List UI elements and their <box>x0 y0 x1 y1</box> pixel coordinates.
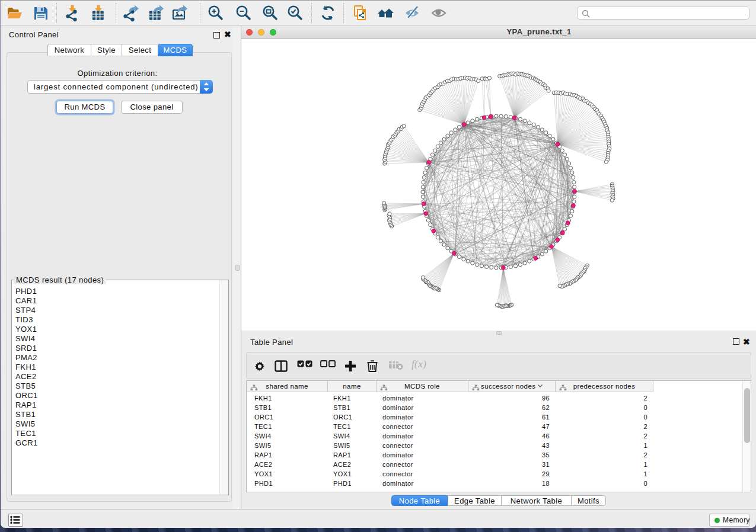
tab-edge-table[interactable]: Edge Table <box>448 495 501 506</box>
expnet <box>123 4 141 22</box>
tool-expnet[interactable] <box>123 4 141 22</box>
zoomsel <box>286 4 304 22</box>
network-view <box>241 39 756 331</box>
imptab <box>90 4 108 22</box>
tab-network-table[interactable]: Network Table <box>501 495 571 506</box>
eyeslash <box>403 4 421 22</box>
tool-zoomsel[interactable] <box>286 4 304 22</box>
eye <box>430 4 448 22</box>
status-bar: Memory <box>1 509 756 528</box>
tool-eye[interactable] <box>430 4 448 22</box>
row-YOX1: YOX1YOX1connector291 <box>247 469 751 479</box>
tool-zoomout[interactable] <box>234 4 252 22</box>
memory-btn[interactable]: Memory <box>709 514 750 527</box>
table-toolbar: f(x) <box>246 352 751 379</box>
save <box>32 4 50 22</box>
zoomfit <box>261 4 279 22</box>
search-box[interactable] <box>577 7 749 20</box>
table-panel: Table Panel ✖ f(x) shared name name MCDS… <box>241 331 756 509</box>
cytoscape-desktop: Control Panel ✖ Optimization criterion: … <box>0 0 756 532</box>
mcds-pane: Optimization criterion: largest connecte… <box>7 52 232 502</box>
tool-open[interactable] <box>6 4 24 22</box>
network-window: YPA_prune.txt_1 <box>241 25 756 331</box>
row-SWI5: SWI5SWI5connector431 <box>247 441 751 450</box>
tool-exptab[interactable] <box>148 4 165 22</box>
tab-network[interactable]: Network <box>47 44 91 56</box>
expimg <box>171 4 189 22</box>
tool-save[interactable] <box>32 4 50 22</box>
main-toolbar <box>1 1 756 25</box>
splitter-v <box>233 25 241 509</box>
close-panel[interactable]: Close panel <box>121 101 183 114</box>
row-STB1: STB1STB1dominator620 <box>247 403 751 412</box>
open <box>6 4 24 22</box>
tool-zoomfit[interactable] <box>261 4 279 22</box>
row-PHD1: PHD1PHD1dominator180 <box>247 479 751 488</box>
tool-expimg[interactable] <box>171 4 189 22</box>
tool-homes[interactable] <box>377 4 394 22</box>
tab-select[interactable]: Select <box>122 44 158 56</box>
zoomout <box>234 4 252 22</box>
clone <box>352 4 369 22</box>
control-panel: Control Panel ✖ Optimization criterion: … <box>1 25 233 509</box>
tab-node-table[interactable]: Node Table <box>391 495 448 506</box>
row-FKH1: FKH1FKH1dominator962 <box>247 393 751 403</box>
row-SWI4: SWI4SWI4dominator462 <box>247 431 751 441</box>
tab-mcds[interactable]: MCDS <box>158 44 193 56</box>
impnet <box>64 4 82 22</box>
app-window: Control Panel ✖ Optimization criterion: … <box>1 0 756 528</box>
row-TEC1: TEC1TEC1connector472 <box>247 422 751 431</box>
tool-refresh[interactable] <box>319 4 337 22</box>
refresh <box>319 4 337 22</box>
criterion-select[interactable]: largest connected component (undirected) <box>27 80 213 94</box>
tab-style[interactable]: Style <box>91 44 122 56</box>
row-ACE2: ACE2ACE2connector311 <box>247 460 751 469</box>
row-RAP1: RAP1RAP1dominator352 <box>247 450 751 460</box>
row-ORC1: ORC1ORC1dominator610 <box>247 412 751 422</box>
homes <box>377 4 394 22</box>
tab-motifs[interactable]: Motifs <box>571 495 606 506</box>
tool-eyeslash[interactable] <box>403 4 421 22</box>
node-table: shared name name MCDS role successor nod… <box>246 380 751 492</box>
tool-imptab[interactable] <box>90 4 108 22</box>
zoomin <box>206 4 224 22</box>
mcds-result: PHD1CAR1STP4TID3YOX1SWI4SRD1PMA2FKH1ACE2… <box>11 280 229 495</box>
run-mcds[interactable]: Run MCDS <box>56 101 113 114</box>
tool-impnet[interactable] <box>64 4 82 22</box>
tool-zoomin[interactable] <box>206 4 224 22</box>
exptab <box>148 4 165 22</box>
tool-clone[interactable] <box>352 4 369 22</box>
